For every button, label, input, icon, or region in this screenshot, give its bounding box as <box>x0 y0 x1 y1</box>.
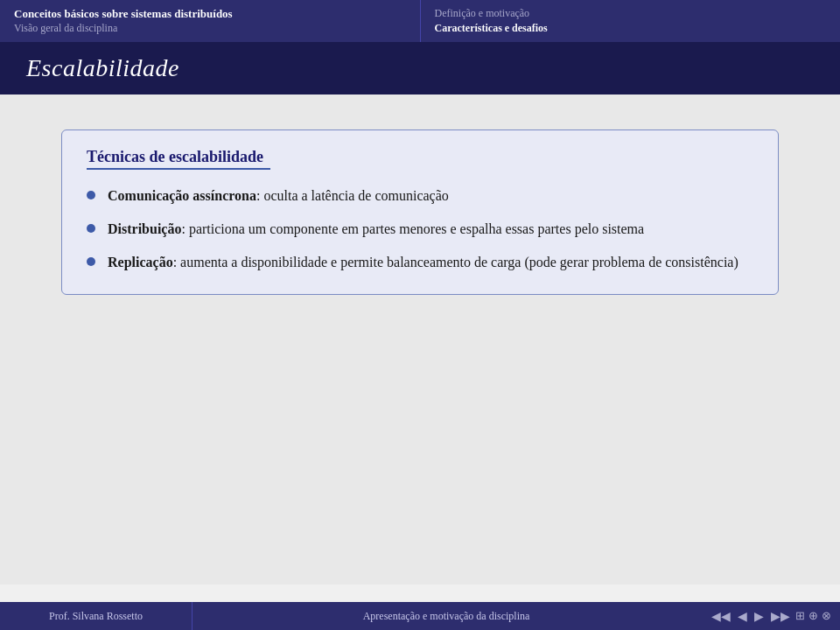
content-box: Técnicas de escalabilidade Comunicação a… <box>61 130 779 295</box>
bullet-dot-3 <box>87 257 95 266</box>
footer-center: Apresentação e motivação da disciplina <box>192 602 700 630</box>
bullet-text-3: Replicação: aumenta a disponibilidade e … <box>108 252 753 273</box>
header-sub-title: Visão geral da disciplina <box>14 22 406 36</box>
footer-author: Prof. Silvana Rossetto <box>0 602 192 630</box>
content-box-title: Técnicas de escalabilidade <box>87 148 270 170</box>
bullet-dot-1 <box>87 191 95 200</box>
bullet-label-2: Distribuição <box>108 221 181 236</box>
nav-prev[interactable]: ◀ <box>736 609 749 624</box>
header-main-title: Conceitos básicos sobre sistemas distrib… <box>14 7 406 22</box>
footer-icon-zoom-out[interactable]: ⊗ <box>822 609 831 623</box>
bullet-text-2: Distribuição: particiona um componente e… <box>108 219 753 240</box>
header-nav-item-1: Definição e motivação <box>435 6 827 21</box>
list-item: Replicação: aumenta a disponibilidade e … <box>87 252 753 273</box>
nav-next[interactable]: ▶ <box>752 609 766 624</box>
header-right: Definição e motivação Características e … <box>420 0 841 42</box>
footer-bar: Prof. Silvana Rossetto Apresentação e mo… <box>0 602 840 630</box>
bullet-label-3: Replicação <box>108 255 173 270</box>
footer-nav: ◀◀ ◀ ▶ ▶▶ ⊞ ⊕ ⊗ <box>700 602 840 630</box>
footer-center-label: Apresentação e motivação da disciplina <box>363 610 530 623</box>
nav-next-end[interactable]: ▶▶ <box>769 609 792 624</box>
header-nav-item-2: Características e desafios <box>435 21 827 36</box>
slide-title-bar: Escalabilidade <box>0 42 840 94</box>
author-label: Prof. Silvana Rossetto <box>49 610 143 623</box>
bullet-label-1: Comunicação assíncrona <box>108 188 256 203</box>
header-left: Conceitos básicos sobre sistemas distrib… <box>0 0 420 42</box>
slide-title: Escalabilidade <box>26 54 179 82</box>
list-item: Distribuição: particiona um componente e… <box>87 219 753 240</box>
bullet-dot-2 <box>87 224 95 233</box>
nav-prev-start[interactable]: ◀◀ <box>710 609 732 624</box>
footer-icon-menu: ⊞ <box>795 609 805 623</box>
header-bar: Conceitos básicos sobre sistemas distrib… <box>0 0 840 42</box>
bullet-list: Comunicação assíncrona: oculta a latênci… <box>87 186 753 273</box>
footer-icon-zoom-in[interactable]: ⊕ <box>808 609 818 623</box>
list-item: Comunicação assíncrona: oculta a latênci… <box>87 186 753 206</box>
main-content: Técnicas de escalabilidade Comunicação a… <box>0 94 840 584</box>
bullet-text-1: Comunicação assíncrona: oculta a latênci… <box>108 186 753 206</box>
